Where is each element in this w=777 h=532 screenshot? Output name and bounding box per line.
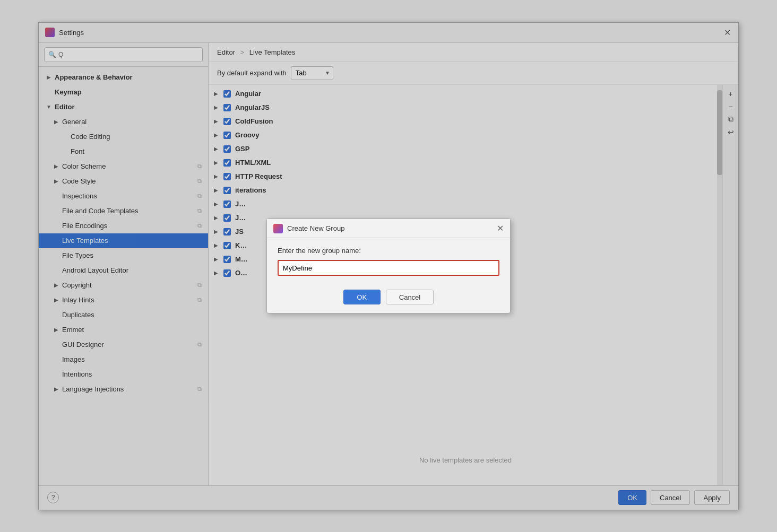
dialog-input[interactable] [278, 260, 499, 276]
dialog-body: Enter the new group name: [267, 238, 510, 284]
dialog-prompt: Enter the new group name: [278, 247, 499, 255]
dialog-app-icon [273, 224, 283, 233]
dialog-overlay: Create New Group ✕ Enter the new group n… [0, 0, 777, 532]
dialog-cancel-button[interactable]: Cancel [386, 290, 434, 304]
dialog-title: Create New Group [287, 224, 497, 232]
dialog-ok-button[interactable]: OK [343, 290, 381, 304]
dialog-footer: OK Cancel [267, 284, 510, 313]
create-group-dialog: Create New Group ✕ Enter the new group n… [266, 219, 511, 313]
dialog-close-button[interactable]: ✕ [497, 223, 504, 233]
dialog-title-bar: Create New Group ✕ [267, 219, 510, 238]
